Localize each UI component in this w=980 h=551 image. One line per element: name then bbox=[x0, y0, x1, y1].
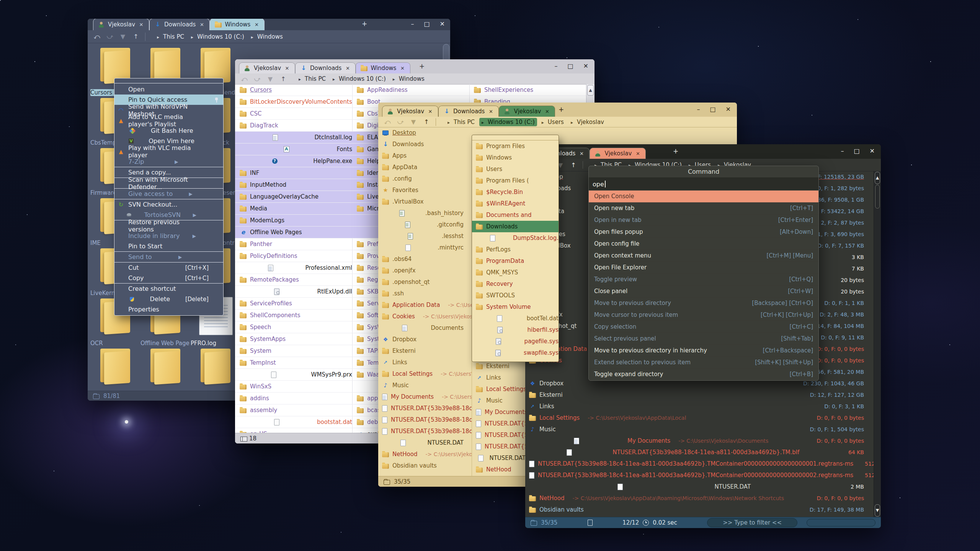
file-row[interactable]: TempInst bbox=[235, 357, 352, 369]
file-row[interactable]: AppData bbox=[378, 161, 472, 173]
file-row[interactable]: .config bbox=[378, 173, 472, 184]
back-icon[interactable]: ⤺ bbox=[240, 75, 248, 83]
tab-close-icon[interactable]: ✕ bbox=[199, 22, 205, 28]
folder-icon[interactable] bbox=[99, 347, 132, 384]
breadcrumb-segment[interactable]: Users bbox=[539, 118, 566, 126]
folder-icon[interactable] bbox=[199, 46, 232, 83]
file-row[interactable]: Apps bbox=[378, 150, 472, 161]
scroll-up-icon[interactable]: ▲ bbox=[587, 85, 594, 96]
breadcrumb-segment[interactable]: Windows 10 (C:) bbox=[479, 118, 537, 126]
forward-icon[interactable]: ⤻ bbox=[397, 118, 404, 126]
file-row[interactable]: NTUSER.DAT{53b bbox=[472, 429, 526, 441]
command-item[interactable]: Open File Explorer bbox=[589, 262, 818, 274]
scroll-up-icon[interactable]: ▲ bbox=[875, 172, 880, 184]
tab-close-icon[interactable]: ✕ bbox=[253, 22, 260, 28]
file-row[interactable]: Local Settings bbox=[472, 383, 526, 395]
tab[interactable]: Windows ✕ bbox=[356, 62, 410, 73]
context-menu-item[interactable]: Add to VLC media player's Playlist bbox=[114, 115, 223, 126]
file-row[interactable]: Desktop bbox=[378, 127, 472, 139]
file-row[interactable]: .minttyrc bbox=[378, 242, 472, 253]
command-input[interactable]: ope bbox=[589, 178, 818, 191]
type-to-filter-button[interactable]: >> Type to filter << bbox=[707, 518, 797, 527]
breadcrumb-segment[interactable]: Windows bbox=[390, 75, 427, 83]
tab-close-icon[interactable]: ✕ bbox=[427, 109, 433, 114]
minimize-button[interactable]: – bbox=[841, 147, 844, 155]
file-row[interactable]: Obsidian vaults D: 17, F: 149, 38 MB bbox=[525, 504, 874, 515]
context-menu-item[interactable]: SVN Checkout... bbox=[114, 199, 223, 210]
file-row[interactable]: NTUSER.DAT{53b39e88-18c4-11ea-a811-000d3… bbox=[378, 414, 472, 425]
file-row[interactable]: .VirtualBox bbox=[378, 196, 472, 207]
folder-icon[interactable] bbox=[199, 347, 232, 384]
file-row[interactable]: CSC bbox=[235, 108, 352, 120]
context-menu-item[interactable]: Create shortcut bbox=[114, 284, 223, 294]
file-row[interactable]: Speech bbox=[235, 321, 352, 333]
file-row[interactable]: WMSysPr9.prx bbox=[235, 369, 352, 381]
context-menu-item[interactable]: Pin to Start bbox=[114, 241, 223, 252]
command-item[interactable]: Open new tab [Ctrl+T] bbox=[589, 202, 818, 214]
dropdown-item[interactable]: Program Files bbox=[472, 140, 559, 152]
file-row[interactable]: Cookies -> C:\Users\Vjekoslav\A bbox=[378, 311, 472, 322]
file-row[interactable]: My Documents -> C:\Users\Vjekosl bbox=[378, 391, 472, 403]
command-item[interactable]: Move to previous directory in hierarchy … bbox=[589, 345, 818, 357]
tab-close-icon[interactable]: ✕ bbox=[544, 109, 550, 114]
file-row[interactable]: InputMethod bbox=[235, 179, 352, 191]
file-row[interactable]: Links bbox=[378, 357, 472, 368]
dropdown-item[interactable]: Users bbox=[472, 163, 559, 175]
context-menu-item[interactable]: Restore previous versions bbox=[114, 220, 223, 231]
breadcrumb-segment[interactable]: Windows 10 (C:) bbox=[189, 33, 247, 41]
file-row[interactable]: Application Data -> C:\Users\Vje bbox=[378, 299, 472, 311]
file-row[interactable]: LanguageOverlayCache bbox=[235, 191, 352, 203]
scroll-down-icon[interactable]: ▼ bbox=[875, 504, 880, 517]
dropdown-item[interactable]: ProgramData bbox=[472, 255, 559, 267]
up-icon[interactable]: ↑ bbox=[279, 75, 287, 83]
file-row[interactable]: Offline Web Pages bbox=[235, 227, 352, 238]
up-icon[interactable]: ↑ bbox=[423, 118, 430, 126]
forward-icon[interactable]: ⤻ bbox=[253, 75, 261, 83]
dropdown-item[interactable]: DumpStack.log. bbox=[472, 232, 559, 244]
command-item[interactable]: Move cursor to previous item [Ctrl+K] [C… bbox=[589, 309, 818, 321]
file-row[interactable]: NTUSER.DAT 2 MB bbox=[525, 481, 874, 492]
minimize-button[interactable]: – bbox=[554, 62, 557, 70]
command-item[interactable]: Toggle preview [Ctrl+Q] bbox=[589, 274, 818, 285]
file-row[interactable]: ShellComponents bbox=[235, 310, 352, 321]
file-row[interactable]: NTUSER.DAT{53b39e88-18c4-11ea-a811-000d3… bbox=[525, 447, 874, 458]
folder-icon[interactable] bbox=[149, 46, 182, 83]
file-row[interactable]: Favorites bbox=[378, 184, 472, 196]
dropdown-item[interactable]: hiberfil.sys bbox=[472, 324, 559, 336]
file-row[interactable]: NTUSER.DAT bbox=[378, 437, 472, 448]
file-row[interactable]: My Documents -> C:\Users\Vjekoslav\Docum… bbox=[525, 435, 874, 447]
dropdown-item[interactable]: pagefile.sys bbox=[472, 336, 559, 347]
file-row[interactable]: RtlExUpd.dll bbox=[235, 286, 352, 298]
file-row[interactable]: ShellExperiences bbox=[469, 84, 586, 96]
tab[interactable]: Vjekoslav ✕ bbox=[93, 19, 149, 30]
file-row[interactable]: Cursors bbox=[235, 84, 352, 96]
file-row[interactable]: Eksterni bbox=[378, 345, 472, 357]
dropdown-item[interactable]: Recovery bbox=[472, 278, 559, 290]
dropdown-item[interactable]: Downloads bbox=[472, 221, 559, 232]
file-row[interactable]: System bbox=[235, 345, 352, 357]
file-row[interactable]: Downloads bbox=[378, 139, 472, 150]
file-row[interactable]: Professional.xml bbox=[235, 262, 352, 274]
file-row[interactable]: Music bbox=[472, 395, 526, 406]
file-row[interactable]: AppReadiness bbox=[352, 84, 469, 96]
file-row[interactable]: NTUSER.DAT{53b39e88-18c4-11ea-a811-000d3… bbox=[525, 458, 874, 469]
dropdown-item[interactable]: swapfile.sys bbox=[472, 347, 559, 359]
file-row[interactable]: PolicyDefinitions bbox=[235, 250, 352, 262]
command-item[interactable]: Select previous panel [Shift+Tab] bbox=[589, 333, 818, 345]
file-row[interactable]: Documents bbox=[378, 322, 472, 334]
file-row[interactable]: My Documents bbox=[472, 406, 526, 418]
breadcrumb-segment[interactable]: This PC bbox=[445, 118, 477, 126]
breadcrumb-segment[interactable]: Vjekoslav bbox=[568, 118, 606, 126]
context-menu-item[interactable]: Include in library ▶ bbox=[114, 231, 223, 241]
file-row[interactable]: Obsidian vaults bbox=[378, 460, 472, 471]
tab-close-icon[interactable]: ✕ bbox=[578, 151, 585, 156]
dropdown-item[interactable]: PerfLogs bbox=[472, 244, 559, 255]
tab-close-icon[interactable]: ✕ bbox=[399, 65, 405, 71]
file-row[interactable]: RemotePackages bbox=[235, 274, 352, 286]
new-tab-button[interactable]: + bbox=[673, 147, 678, 155]
command-item[interactable]: Open in new tab [Ctrl+Enter] bbox=[589, 214, 818, 226]
tab[interactable]: Windows ✕ bbox=[210, 19, 265, 30]
context-menu-item[interactable]: Delete [Delete] bbox=[114, 294, 223, 304]
file-row[interactable]: Eksterni bbox=[472, 360, 526, 372]
file-row[interactable]: BitLockerDiscoveryVolumeContents bbox=[235, 96, 352, 108]
